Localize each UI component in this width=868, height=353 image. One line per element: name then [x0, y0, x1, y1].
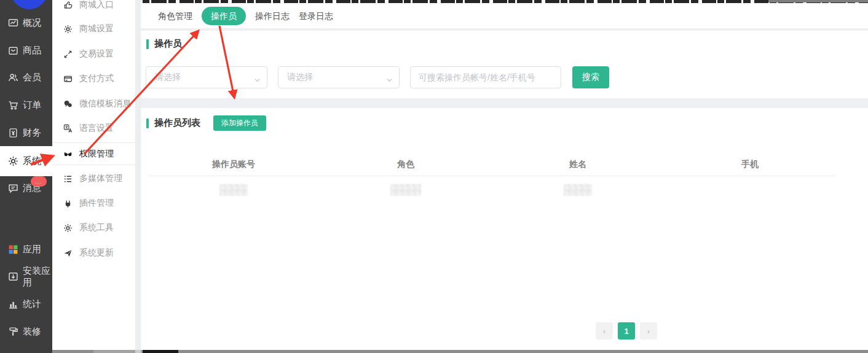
- tab-bar: 角色管理操作员操作日志登录日志: [141, 3, 868, 28]
- tab-role-manage[interactable]: 角色管理: [158, 7, 192, 25]
- sidebar-item-label: 概况: [23, 17, 41, 29]
- horizontal-scrollbar[interactable]: [52, 350, 868, 353]
- submenu-item-system-tools[interactable]: 系统工具: [52, 215, 135, 240]
- chevron-down-icon: [386, 75, 393, 82]
- system-update-icon: [63, 249, 73, 258]
- submenu-item-permission[interactable]: 权限管理: [52, 142, 135, 165]
- sidebar-item-label: 会员: [23, 72, 41, 83]
- entry-icon: [63, 1, 73, 10]
- order-icon: [8, 100, 18, 111]
- primary-sidebar: 概况商品会员订单财务系统消息应用安装应用统计装修 ...: [0, 0, 52, 353]
- payment-icon: [63, 74, 73, 83]
- submenu-item-media[interactable]: 多媒体管理: [52, 166, 135, 191]
- sidebar-item-label: 统计: [23, 298, 41, 310]
- operator-filter-card: 操作员 请选择 请选择 搜索: [141, 31, 868, 98]
- permission-icon: [63, 149, 73, 158]
- main-area: 角色管理操作员操作日志登录日志 操作员 请选择 请选择: [141, 0, 868, 353]
- scrollbar-thumb[interactable]: [143, 350, 178, 353]
- sidebar-item-label: 系统: [23, 155, 41, 167]
- operator-table: 操作员账号角色姓名手机: [148, 153, 836, 203]
- tab-operator[interactable]: 操作员: [202, 7, 246, 25]
- sidebar-item-finance[interactable]: 财务: [0, 119, 52, 147]
- operator-list-card: 操作员列表 添加操作员 操作员账号角色姓名手机 ‹ 1 ›: [141, 108, 868, 350]
- tab-operate-log[interactable]: 操作日志: [255, 7, 290, 25]
- decorate-icon: [8, 327, 18, 337]
- sidebar-item-label: 商品: [23, 45, 41, 56]
- table-cell: [492, 184, 664, 196]
- gear-icon: [63, 223, 73, 233]
- section-title-operator: 操作员: [154, 38, 182, 50]
- sidebar-item-system[interactable]: 系统: [0, 146, 52, 176]
- table-header-row: 操作员账号角色姓名手机: [148, 153, 836, 176]
- submenu-item-shop-entry[interactable]: 商城入口: [52, 0, 135, 17]
- plugin-icon: [63, 199, 73, 208]
- filter-select-1[interactable]: 请选择: [146, 66, 267, 88]
- goods-icon: [8, 45, 18, 56]
- submenu-item-label: 多媒体管理: [79, 173, 122, 184]
- submenu-item-label: 语言设置: [79, 123, 114, 134]
- finance-icon: [8, 128, 18, 138]
- submenu-item-trade-settings[interactable]: 交易设置: [52, 42, 135, 66]
- sidebar-item-decorate[interactable]: 装修: [0, 318, 52, 346]
- submenu-item-label: 商城入口: [79, 0, 114, 10]
- submenu-item-label: 系统更新: [79, 247, 114, 258]
- system-submenu: 商城入口商城设置交易设置支付方式微信模板消息语言设置权限管理多媒体管理插件管理系…: [52, 0, 135, 353]
- submenu-item-label: 权限管理: [79, 149, 114, 160]
- sidebar-item-label: 应用: [23, 244, 41, 255]
- submenu-item-system-update[interactable]: 系统更新: [52, 241, 135, 265]
- tab-login-log[interactable]: 登录日志: [299, 7, 333, 25]
- sidebar-item-label: 安装应用: [23, 265, 52, 289]
- column-header: 角色: [320, 159, 492, 170]
- admin-screen: 概况商品会员订单财务系统消息应用安装应用统计装修 ... 商城入口商城设置交易设…: [0, 0, 868, 353]
- submenu-item-language[interactable]: 语言设置: [52, 116, 135, 141]
- section-accent-bar: [146, 39, 149, 49]
- install-app-icon: [8, 271, 18, 282]
- pagination-next-button[interactable]: ›: [640, 322, 657, 339]
- sidebar-item-order[interactable]: 订单: [0, 91, 52, 119]
- filter-select-2[interactable]: 请选择: [278, 66, 400, 88]
- operator-search-input[interactable]: [410, 66, 561, 88]
- column-header: 操作员账号: [148, 159, 320, 170]
- submenu-item-label: 交易设置: [79, 48, 114, 60]
- add-operator-button[interactable]: 添加操作员: [213, 115, 266, 131]
- gear-icon: [63, 25, 73, 34]
- select-placeholder: 请选择: [287, 72, 313, 83]
- submenu-item-label: 插件管理: [79, 198, 114, 209]
- clipped-top-row: [143, 0, 868, 3]
- submenu-item-payment[interactable]: 支付方式: [52, 66, 135, 91]
- submenu-item-plugin[interactable]: 插件管理: [52, 191, 135, 215]
- section-accent-bar: [146, 118, 149, 128]
- logo-avatar[interactable]: [10, 0, 48, 9]
- table-cell: [320, 184, 492, 196]
- pagination: ‹ 1 ›: [596, 322, 657, 339]
- pagination-page-1[interactable]: 1: [618, 322, 635, 339]
- sidebar-item-label: 装修: [23, 326, 41, 338]
- chevron-down-icon: [254, 75, 261, 82]
- message-badge: ...: [31, 176, 47, 187]
- sidebar-item-stats[interactable]: 统计: [0, 290, 52, 318]
- trade-settings-icon: [63, 50, 73, 59]
- member-icon: [8, 72, 18, 83]
- sidebar-item-label: 财务: [23, 127, 41, 139]
- system-icon: [8, 156, 18, 166]
- column-header: 姓名: [492, 159, 664, 170]
- submenu-item-wechat-template[interactable]: 微信模板消息: [52, 91, 135, 116]
- table-cell: [148, 184, 320, 196]
- submenu-item-shop-settings[interactable]: 商城设置: [52, 17, 135, 41]
- search-button[interactable]: 搜索: [572, 66, 609, 88]
- sidebar-item-apps[interactable]: 应用: [0, 236, 52, 263]
- submenu-item-label: 商城设置: [79, 23, 114, 34]
- submenu-item-label: 支付方式: [79, 73, 114, 84]
- sidebar-item-install-app[interactable]: 安装应用: [0, 263, 52, 290]
- message-icon: [8, 183, 18, 193]
- sidebar-item-overview[interactable]: 概况: [0, 9, 52, 37]
- submenu-item-label: 系统工具: [79, 222, 114, 233]
- sidebar-item-goods[interactable]: 商品: [0, 37, 52, 64]
- masked-cell-value: [219, 184, 248, 196]
- pagination-prev-button[interactable]: ‹: [596, 322, 613, 339]
- select-placeholder: 请选择: [155, 72, 181, 83]
- language-icon: [63, 124, 73, 133]
- sidebar-item-member[interactable]: 会员: [0, 64, 52, 91]
- masked-cell-value: [564, 184, 592, 196]
- section-title-operator-list: 操作员列表: [154, 117, 200, 129]
